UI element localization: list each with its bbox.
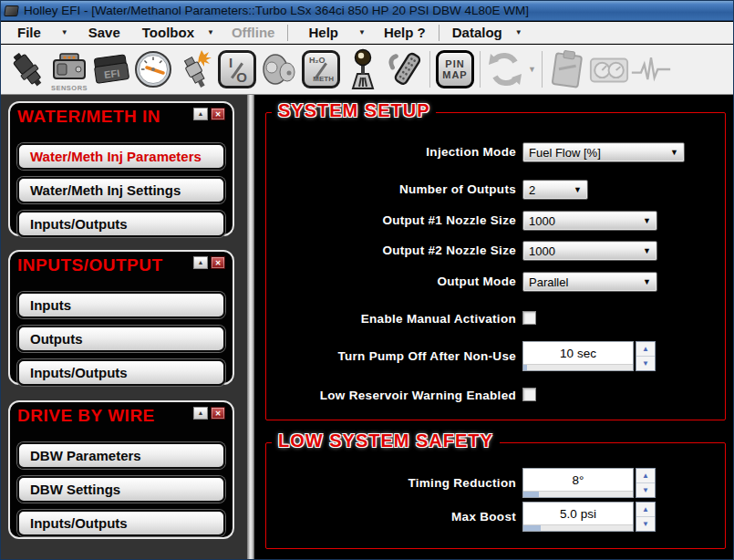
section-title: LOW SYSTEM SAFETY <box>272 430 500 451</box>
sync-dropdown-arrow-icon: ▼ <box>528 65 536 74</box>
menu-divider <box>287 25 288 41</box>
sidebar-divider <box>247 95 254 560</box>
app-icon <box>4 5 19 16</box>
panel-drive-by-wire: DRIVE BY WIRE ▲ ✕ DBW Parameters DBW Set… <box>8 400 234 539</box>
output-mode-select[interactable]: Parallel ▼ <box>522 272 657 292</box>
spinner-down-button[interactable]: ▼ <box>636 517 655 531</box>
sidebar-item-inputs-outputs[interactable]: Inputs/Outputs <box>17 211 225 237</box>
pump-off-input[interactable]: 10 sec <box>522 341 634 371</box>
spinner-track[interactable] <box>523 524 633 531</box>
sidebar-item-dbw-settings[interactable]: DBW Settings <box>17 476 225 503</box>
chevron-down-icon: ▼ <box>574 185 582 194</box>
spinner-up-button[interactable]: ▲ <box>636 469 655 483</box>
panel-minimize-button[interactable]: ▲ <box>193 256 208 269</box>
menu-divider <box>439 25 439 41</box>
max-boost-input[interactable]: 5.0 psi <box>522 502 634 532</box>
fuel-injector-icon[interactable] <box>6 47 48 91</box>
low-system-safety-groupbox: LOW SYSTEM SAFETY <box>265 442 726 549</box>
sync-icon <box>484 47 526 91</box>
monitor-pulse-icon <box>630 47 672 91</box>
toolbar: SENSORS EFI <box>1 45 734 95</box>
output1-nozzle-size-label: Output #1 Nozzle Size <box>265 213 516 227</box>
gauge-icon[interactable] <box>132 47 174 91</box>
sidebar-item-water-meth-inj-settings[interactable]: Water/Meth Inj Settings <box>17 177 225 203</box>
output2-nozzle-size-select[interactable]: 1000 ▼ <box>522 241 657 261</box>
chevron-down-icon: ▼ <box>643 216 651 225</box>
spark-plug-icon[interactable] <box>174 47 216 91</box>
panel-minimize-button[interactable]: ▲ <box>193 407 208 420</box>
sidebar-item-water-meth-inj-parameters[interactable]: Water/Meth Inj Parameters <box>17 143 225 170</box>
output-mode-label: Output Mode <box>265 275 516 288</box>
spinner-track[interactable] <box>523 491 633 497</box>
menu-help-question[interactable]: Help ? <box>384 25 426 40</box>
chevron-down-icon: ▼ <box>61 28 68 36</box>
io-icon[interactable]: I O <box>216 47 258 91</box>
panel-title: INPUTS/OUTPUT <box>17 255 193 275</box>
sidebar-item-dbw-parameters[interactable]: DBW Parameters <box>17 442 225 469</box>
toolbar-divider <box>480 51 481 88</box>
enable-manual-activation-checkbox[interactable] <box>522 311 536 325</box>
max-boost-spinner: 5.0 psi ▲ ▼ <box>522 502 656 532</box>
pump-off-after-nonuse-label: Turn Pump Off After Non-Use <box>265 349 516 363</box>
efi-ecu-icon[interactable]: EFI <box>90 47 132 91</box>
injection-mode-select[interactable]: Fuel Flow [%] ▼ <box>522 142 685 162</box>
menu-toolbox[interactable]: Toolbox▼ <box>142 25 214 40</box>
timing-reduction-input[interactable]: 8° <box>522 468 634 498</box>
chevron-down-icon: ▼ <box>515 28 522 36</box>
sidebar-item-outputs[interactable]: Outputs <box>17 326 225 352</box>
dash-gauges-icon <box>588 47 630 91</box>
enable-manual-activation-label: Enable Manual Activation <box>265 312 516 326</box>
water-pump-icon[interactable] <box>258 47 300 91</box>
low-reservoir-warning-label: Low Reservoir Warning Enabled <box>265 389 516 402</box>
output2-nozzle-size-label: Output #2 Nozzle Size <box>265 244 516 257</box>
shifter-icon[interactable] <box>342 47 384 91</box>
menu-bar: File▼ Save Toolbox▼ Offline Help▼ Help ?… <box>1 22 734 44</box>
wiring-harness-icon[interactable] <box>384 47 426 91</box>
chevron-down-icon: ▼ <box>207 28 214 36</box>
injection-mode-label: Injection Mode <box>265 145 516 159</box>
panel-water-meth-in: WATER/METH IN ▲ ✕ Water/Meth Inj Paramet… <box>8 101 234 236</box>
menu-file[interactable]: File▼ <box>17 25 68 40</box>
panel-minimize-button[interactable]: ▲ <box>193 108 208 120</box>
menu-help[interactable]: Help▼ <box>308 25 365 40</box>
chevron-down-icon: ▼ <box>670 148 678 157</box>
number-of-outputs-select[interactable]: 2 ▼ <box>522 180 588 200</box>
sidebar-item-inputs-outputs[interactable]: Inputs/Outputs <box>17 510 225 536</box>
spinner-up-button[interactable]: ▲ <box>636 342 655 357</box>
max-boost-label: Max Boost <box>265 510 516 524</box>
menu-datalog[interactable]: Datalog▼ <box>452 25 522 40</box>
app-window: Holley EFI - [Water/Methanol Parameters:… <box>0 0 734 560</box>
low-reservoir-warning-checkbox[interactable] <box>522 388 536 401</box>
timing-reduction-spinner: 8° ▲ ▼ <box>522 468 656 498</box>
sidebar-item-inputs-outputs[interactable]: Inputs/Outputs <box>17 359 225 386</box>
clipboard-icon <box>546 47 588 91</box>
spinner-down-button[interactable]: ▼ <box>636 357 655 370</box>
panel-close-button[interactable]: ✕ <box>211 108 225 120</box>
menu-save[interactable]: Save <box>88 25 120 40</box>
chevron-down-icon: ▼ <box>643 246 651 255</box>
timing-reduction-label: Timing Reduction <box>265 476 516 490</box>
pump-off-after-nonuse-spinner: 10 sec ▲ ▼ <box>522 341 656 371</box>
chevron-down-icon: ▼ <box>643 277 651 286</box>
pin-map-icon[interactable]: PIN MAP <box>434 47 476 91</box>
title-bar: Holley EFI - [Water/Methanol Parameters:… <box>1 1 734 21</box>
sidebar-item-inputs[interactable]: Inputs <box>17 292 225 318</box>
chevron-down-icon: ▼ <box>358 28 366 36</box>
window-title: Holley EFI - [Water/Methanol Parameters:… <box>24 4 529 17</box>
svg-text:EFI: EFI <box>103 67 120 80</box>
panel-title: WATER/METH IN <box>17 107 193 127</box>
panel-close-button[interactable]: ✕ <box>211 407 225 420</box>
spinner-up-button[interactable]: ▲ <box>636 503 655 517</box>
sidebar: WATER/METH IN ▲ ✕ Water/Meth Inj Paramet… <box>1 95 247 560</box>
section-title: SYSTEM SETUP <box>272 100 436 121</box>
panel-title: DRIVE BY WIRE <box>17 406 193 426</box>
sensors-icon[interactable]: SENSORS <box>48 47 90 91</box>
panel-close-button[interactable]: ✕ <box>211 256 225 269</box>
spinner-track[interactable] <box>523 364 633 370</box>
toolbar-divider <box>542 51 543 88</box>
h2o-meth-icon[interactable]: H₂O METH <box>300 47 342 91</box>
spinner-down-button[interactable]: ▼ <box>636 483 655 497</box>
number-of-outputs-label: Number of Outputs <box>265 182 516 196</box>
output1-nozzle-size-select[interactable]: 1000 ▼ <box>522 211 657 231</box>
panel-inputs-output: INPUTS/OUTPUT ▲ ✕ Inputs Outputs Inputs/… <box>8 250 234 385</box>
